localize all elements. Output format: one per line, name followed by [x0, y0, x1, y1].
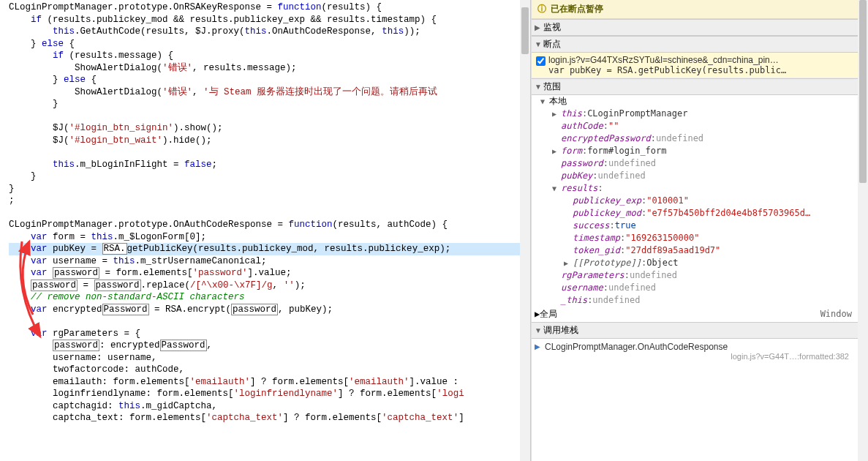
code-line[interactable]: // remove non-standard-ASCII characters — [9, 291, 530, 304]
scope-variable[interactable]: _this: undefined — [532, 294, 858, 307]
code-line[interactable]: var form = this.m_$LogonForm[0]; — [9, 231, 530, 244]
code-line[interactable]: } else { — [9, 38, 530, 50]
code-line[interactable]: this.m_bLoginInFlight = false; — [9, 159, 530, 171]
code-line[interactable]: $J('#login_btn_wait').hide(); — [9, 135, 530, 147]
debugger-panel: ⓘ 已在断点暂停 ▶ 监视 ▼ 断点 login.js?v=G44TXsRzSY… — [531, 0, 858, 461]
info-icon: ⓘ — [537, 3, 546, 15]
code-line[interactable] — [9, 315, 530, 328]
callstack-label: 调用堆栈 — [543, 324, 578, 337]
code-line[interactable]: } — [9, 170, 530, 183]
code-line[interactable]: twofactorcode: authCode, — [9, 364, 530, 376]
outer-scrollbar[interactable] — [858, 0, 868, 461]
code-editor-panel[interactable]: CLoginPromptManager.prototype.OnRSAKeyRe… — [0, 0, 531, 461]
scope-variable[interactable]: timestamp: "169263150000" — [532, 232, 858, 244]
chevron-right-icon: ▶ — [535, 23, 543, 31]
chevron-down-icon: ▼ — [535, 326, 543, 334]
code-line[interactable]: captcha_text: form.elements['captcha_tex… — [9, 412, 530, 424]
code-line[interactable]: var pubKey = RSA.getPublicKey(results.pu… — [9, 243, 530, 255]
code-line[interactable]: ShowAlertDialog('错误', results.message); — [9, 62, 530, 75]
chevron-down-icon: ▼ — [535, 83, 543, 91]
code-line[interactable]: } else { — [9, 74, 530, 86]
scope-variable[interactable]: publickey_exp: "010001" — [532, 195, 858, 207]
callstack-location: login.js?v=G44T…:formatted:382 — [545, 352, 855, 361]
code-line[interactable]: $J('#login_btn_signin').show(); — [9, 122, 530, 135]
code-line[interactable]: } — [9, 183, 530, 195]
chevron-down-icon: ▼ — [540, 95, 549, 108]
scope-variable[interactable]: ▶form: form#login_form — [532, 145, 858, 157]
scope-section-header[interactable]: ▼ 范围 — [532, 78, 858, 95]
code-line[interactable]: if (results.publickey_mod && results.pub… — [9, 14, 530, 26]
code-line[interactable] — [9, 146, 530, 159]
breakpoint-file: login.js?v=G44TXsRzSYTu&l=schinese&_cdn=… — [548, 55, 786, 65]
global-scope-header[interactable]: ▶全局 Window — [532, 307, 858, 322]
breakpoint-code: var pubKey = RSA.getPublicKey(results.pu… — [548, 65, 786, 75]
scope-label: 范围 — [543, 80, 561, 93]
code-line[interactable]: } — [9, 98, 530, 110]
paused-banner: ⓘ 已在断点暂停 — [532, 0, 858, 19]
code-line[interactable]: var password = form.elements['password']… — [9, 267, 530, 280]
code-line[interactable]: var username = this.m_strUsernameCanonic… — [9, 255, 530, 268]
code-line[interactable]: this.GetAuthCode(results, $J.proxy(this.… — [9, 26, 530, 38]
scope-variable[interactable]: success: true — [532, 220, 858, 232]
scope-variable[interactable]: authCode: "" — [532, 120, 858, 132]
paused-label: 已在断点暂停 — [551, 3, 603, 15]
code-line[interactable]: captchagid: this.m_gidCaptcha, — [9, 400, 530, 413]
code-line[interactable]: password = password.replace(/[^\x00-\x7F… — [9, 280, 530, 292]
code-line[interactable]: var rgParameters = { — [9, 328, 530, 340]
outer-scrollbar-thumb[interactable] — [859, 0, 867, 183]
scope-variable[interactable]: encryptedPassword: undefined — [532, 132, 858, 145]
code-line[interactable]: if (results.message) { — [9, 50, 530, 62]
scope-variable[interactable]: pubKey: undefined — [532, 170, 858, 182]
callstack-item[interactable]: CLoginPromptManager.OnAuthCodeResponse l… — [532, 339, 858, 364]
local-label: 本地 — [549, 95, 567, 108]
watch-section-header[interactable]: ▶ 监视 — [532, 19, 858, 36]
scope-variable[interactable]: ▶[[Prototype]]: Object — [532, 257, 858, 269]
callstack-section-header[interactable]: ▼ 调用堆栈 — [532, 322, 858, 339]
code-line[interactable]: CLoginPromptManager.prototype.OnRSAKeyRe… — [9, 1, 530, 14]
breakpoint-item[interactable]: login.js?v=G44TXsRzSYTu&l=schinese&_cdn=… — [532, 53, 858, 78]
global-label: 全局 — [540, 309, 557, 319]
code-line[interactable]: ShowAlertDialog('错误', '与 Steam 服务器连接时出现了… — [9, 86, 530, 99]
scope-variable[interactable]: password: undefined — [532, 157, 858, 170]
global-value: Window — [820, 308, 852, 321]
scope-variable[interactable]: rgParameters: undefined — [532, 269, 858, 282]
local-scope-header[interactable]: ▼ 本地 — [532, 95, 858, 108]
scope-variable[interactable]: username: undefined — [532, 282, 858, 294]
scope-variable[interactable]: ▶this: CLoginPromptManager — [532, 108, 858, 120]
code-content[interactable]: CLoginPromptManager.prototype.OnRSAKeyRe… — [0, 0, 530, 426]
code-line[interactable]: password: encryptedPassword, — [9, 340, 530, 352]
code-line[interactable]: emailauth: form.elements['emailauth'] ? … — [9, 376, 530, 389]
code-line[interactable] — [9, 207, 530, 220]
code-scrollbar-thumb[interactable] — [521, 7, 529, 54]
code-line[interactable] — [9, 110, 530, 123]
code-line[interactable]: CLoginPromptManager.prototype.OnAuthCode… — [9, 219, 530, 231]
watch-label: 监视 — [543, 21, 561, 34]
code-line[interactable]: username: username, — [9, 352, 530, 364]
scope-variable[interactable]: publickey_mod: "e7f57b450bff2d04e4b8f570… — [532, 207, 858, 220]
breakpoint-checkbox[interactable] — [536, 56, 546, 66]
callstack-function: CLoginPromptManager.OnAuthCodeResponse — [545, 342, 855, 352]
breakpoints-section-header[interactable]: ▼ 断点 — [532, 36, 858, 53]
code-line[interactable]: ; — [9, 195, 530, 207]
breakpoints-label: 断点 — [543, 38, 561, 50]
scope-variable[interactable]: ▼results: — [532, 182, 858, 195]
code-scrollbar[interactable] — [520, 0, 530, 461]
code-line[interactable]: var encryptedPassword = RSA.encrypt(pass… — [9, 304, 530, 316]
code-line[interactable]: loginfriendlyname: form.elements['loginf… — [9, 388, 530, 400]
chevron-down-icon: ▼ — [535, 40, 543, 48]
scope-variable[interactable]: token_gid: "27ddf89a5aad19d7" — [532, 244, 858, 257]
scope-tree: ▼ 本地 ▶this: CLoginPromptManagerauthCode:… — [532, 95, 858, 322]
